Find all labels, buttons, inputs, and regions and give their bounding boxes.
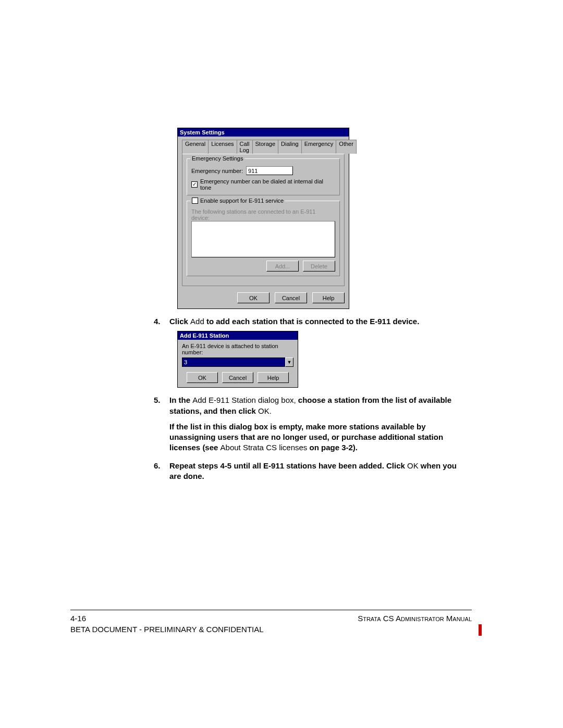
enable-e911-checkbox[interactable] [192, 198, 198, 204]
add-e911-dialog: Add E-911 Station An E-911 device is att… [177, 331, 298, 388]
dial-at-internal-tone-checkbox[interactable]: ✓ Emergency number can be dialed at inte… [191, 178, 335, 191]
cancel-button[interactable]: Cancel [275, 292, 307, 303]
dialog-title: System Settings [178, 128, 349, 137]
chevron-down-icon[interactable]: ▼ [285, 357, 293, 367]
system-settings-dialog: System Settings General Licenses Call Lo… [177, 128, 349, 309]
emergency-number-input[interactable] [246, 166, 293, 175]
tab-other[interactable]: Other [336, 140, 357, 154]
stations-list-label: The following stations are connected to … [191, 208, 335, 221]
ok-button[interactable]: OK [187, 372, 218, 383]
revision-bar [479, 624, 482, 636]
tab-dialing[interactable]: Dialing [278, 140, 302, 154]
confidential-notice: BETA DOCUMENT - PRELIMINARY & CONFIDENTI… [70, 625, 472, 634]
tab-calllog[interactable]: Call Log [237, 140, 253, 154]
tab-strip: General Licenses Call Log Storage Dialin… [182, 140, 345, 154]
emergency-number-label: Emergency number: [191, 168, 243, 174]
enable-e911-label: Enable support for E-911 service [200, 198, 284, 204]
tab-licenses[interactable]: Licenses [208, 140, 237, 154]
delete-button[interactable]: Delete [303, 261, 335, 272]
help-button[interactable]: Help [312, 292, 345, 303]
add-dialog-label: An E-911 device is attached to station n… [182, 343, 293, 355]
group-legend: Emergency Settings [190, 155, 244, 162]
page-footer: 4-16 Strata CS Administrator Manual BETA… [70, 614, 472, 634]
emergency-settings-group: Emergency Settings Emergency number: ✓ E… [187, 158, 340, 195]
checkbox-label: Emergency number can be dialed at intern… [200, 178, 335, 191]
tab-general[interactable]: General [182, 140, 209, 154]
tab-emergency[interactable]: Emergency [301, 140, 337, 154]
step-number: 6. [154, 461, 169, 482]
stations-listbox[interactable] [191, 221, 335, 257]
page-number: 4-16 [70, 614, 86, 623]
ok-button[interactable]: OK [237, 292, 270, 303]
cancel-button[interactable]: Cancel [222, 372, 253, 383]
step-4-text: Click Add to add each station that is co… [169, 316, 419, 327]
add-button[interactable]: Add... [266, 261, 299, 272]
tab-panel: Emergency Settings Emergency number: ✓ E… [182, 154, 345, 286]
step-number: 5. [154, 395, 169, 453]
step-6-text: Repeat steps 4-5 until all E-911 station… [169, 461, 461, 482]
step-number: 4. [154, 316, 169, 327]
tab-storage[interactable]: Storage [252, 140, 279, 154]
step-5-text: In the Add E-911 Station dialog box, cho… [169, 395, 461, 453]
manual-title: Strata CS Administrator Manual [358, 614, 472, 623]
combo-value: 3 [182, 357, 285, 367]
footer-rule [70, 610, 472, 610]
station-combo[interactable]: 3 ▼ [182, 357, 293, 367]
check-icon: ✓ [191, 181, 198, 188]
help-button[interactable]: Help [258, 372, 289, 383]
e911-group: Enable support for E-911 service The fol… [187, 201, 340, 276]
dialog-title: Add E-911 Station [178, 331, 298, 340]
